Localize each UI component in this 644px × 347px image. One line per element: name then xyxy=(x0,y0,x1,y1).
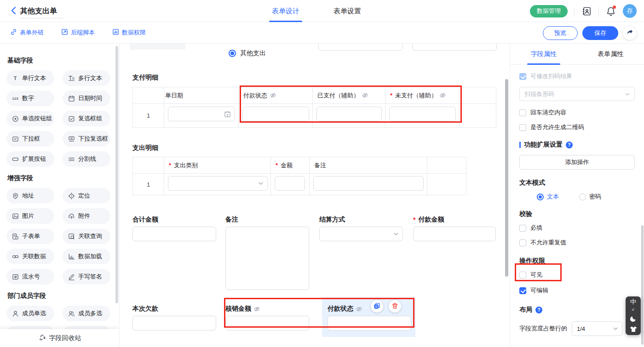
signature-icon xyxy=(68,273,75,280)
radio-text-mode[interactable]: 文本 xyxy=(537,193,559,201)
delete-field-button[interactable] xyxy=(389,300,401,313)
sidebar-item-lookup[interactable]: 关联查询 xyxy=(63,228,110,244)
radio-password-mode[interactable]: 密码 xyxy=(579,193,601,201)
preview-button[interactable]: 预览 xyxy=(543,26,578,40)
checkbox-allow-qrcode[interactable]: 是否允许生成二维码 xyxy=(519,123,635,131)
add-action-button[interactable]: 添加操作 xyxy=(519,155,635,170)
field-recycle-bin[interactable]: 字段回收站 xyxy=(0,329,120,347)
save-button[interactable]: 保存 xyxy=(582,26,618,40)
validation-title: 校验 xyxy=(519,210,635,218)
checkbox-empty-icon xyxy=(519,239,526,246)
sidebar-item-multi-dropdown[interactable]: 下拉复选框 xyxy=(63,131,110,147)
checkbox-no-duplicate[interactable]: 不允许重复值 xyxy=(519,239,635,247)
language-toggle-icon[interactable]: 中 xyxy=(630,299,636,305)
sidebar-item-subform[interactable]: 子表单 xyxy=(6,228,54,244)
total-amount-input[interactable] xyxy=(132,227,216,241)
tab-form-settings[interactable]: 表单设置 xyxy=(331,0,364,22)
sidebar-item-number[interactable]: 123 数字 xyxy=(6,91,54,106)
owed-now-input[interactable] xyxy=(132,316,216,330)
sidebar-item-member-single[interactable]: 成员单选 xyxy=(6,306,54,321)
paid-aux-input[interactable] xyxy=(316,107,382,121)
scan-barcode-select[interactable]: 扫描条形码 xyxy=(519,87,635,101)
help-icon[interactable]: ? xyxy=(566,142,573,148)
amount-input[interactable] xyxy=(275,176,305,191)
partial-input[interactable] xyxy=(412,44,497,51)
tab-form-properties[interactable]: 表单属性 xyxy=(577,44,644,64)
table-col-date[interactable]: 单日期 xyxy=(164,87,239,127)
theme-shirt-icon[interactable] xyxy=(630,326,637,332)
chevron-down-icon xyxy=(613,327,618,330)
panel-scrollbar[interactable] xyxy=(641,225,644,345)
required-star: * xyxy=(390,92,392,99)
expense-category-select[interactable] xyxy=(168,176,268,191)
avatar[interactable]: 存 xyxy=(623,4,637,18)
table-col-note[interactable]: 备注 xyxy=(310,157,427,195)
contacts-icon[interactable] xyxy=(581,6,592,17)
dark-mode-moon-icon[interactable] xyxy=(630,315,637,322)
note-textarea[interactable] xyxy=(225,227,309,290)
sidebar-item-address[interactable]: 地址 xyxy=(6,188,54,204)
sidebar-item-checkbox-group[interactable]: 复选框组 xyxy=(63,111,110,126)
sidebar-item-dropdown[interactable]: 下拉框 xyxy=(6,131,54,147)
table-col-paid-aux[interactable]: 已支付（辅助） xyxy=(313,87,385,127)
field-label-pay-amount: *付款金额 xyxy=(413,216,444,224)
checkbox-checked-icon xyxy=(519,287,526,294)
sidebar-item-data-load[interactable]: 数据加载 xyxy=(63,249,110,264)
sidebar-item-multi-text[interactable]: 多行文本 xyxy=(63,70,110,86)
partial-input[interactable] xyxy=(318,44,403,51)
checkbox-editable-scan-result[interactable]: 可修改扫码结果 xyxy=(519,72,635,80)
sidebar-item-attachment[interactable]: 附件 xyxy=(63,208,110,224)
unpaid-aux-input[interactable] xyxy=(389,107,456,121)
data-permission[interactable]: 数据权限 xyxy=(112,28,146,37)
sidebar-item-location[interactable]: 定位 xyxy=(63,188,110,204)
field-width-select[interactable]: 1/4 xyxy=(572,321,622,336)
sidebar-item-divider-line[interactable]: 分割线 xyxy=(63,151,110,167)
sidebar-item-serial-number[interactable]: 流水号 xyxy=(6,269,54,284)
date-input[interactable] xyxy=(168,107,235,121)
field-width-row: 字段宽度占整行的 1/4 xyxy=(519,321,635,336)
table-col-expense-category[interactable]: *支出类别 xyxy=(164,157,271,195)
data-manage-button[interactable]: 数据管理 xyxy=(530,5,568,17)
sidebar-item-member-multi[interactable]: 成员多选 xyxy=(63,306,110,321)
note-input[interactable] xyxy=(313,176,424,191)
copy-field-button[interactable] xyxy=(371,300,383,313)
sidebar-item-radio-group[interactable]: 单选按钮组 xyxy=(6,111,54,126)
row-number: 1 xyxy=(133,174,164,195)
radio-option-other-expense[interactable]: 其他支出 xyxy=(229,49,266,57)
settle-method-select[interactable] xyxy=(319,227,403,241)
link-icon xyxy=(10,28,17,37)
radio-group-icon xyxy=(12,115,19,122)
sidebar-scrollbar[interactable] xyxy=(115,46,118,303)
pay-amount-input[interactable] xyxy=(413,227,496,241)
sidebar-item-extend-button[interactable]: 扩展按钮 xyxy=(6,151,54,167)
checkbox-editable[interactable]: 可编辑 xyxy=(519,286,635,295)
checkbox-visible[interactable]: 可见 xyxy=(519,271,635,279)
table-col-pay-status[interactable]: 付款状态 xyxy=(239,87,313,127)
backend-script[interactable]: 后端脚本 xyxy=(61,28,95,37)
extend-button-icon xyxy=(12,155,19,163)
checkbox-enter-clear[interactable]: 回车清空内容 xyxy=(519,108,635,117)
pay-status-field-input[interactable] xyxy=(328,316,411,330)
sidebar-item-image[interactable]: 图片 xyxy=(6,208,54,224)
notification-dot xyxy=(613,6,616,9)
bell-icon[interactable] xyxy=(605,6,616,17)
pay-status-input[interactable] xyxy=(242,107,309,121)
sidebar-item-single-text[interactable]: T 单行文本 xyxy=(6,70,54,86)
tab-form-design[interactable]: 表单设计 xyxy=(269,0,302,22)
related-data-icon xyxy=(12,253,19,260)
share-button[interactable] xyxy=(623,26,637,40)
table-col-amount[interactable]: *金额 xyxy=(271,157,310,195)
payment-detail-table: 1 单日期 付款状态 已支付（辅助） xyxy=(132,87,496,128)
panel-tabs: 字段属性 表单属性 xyxy=(510,44,644,65)
tab-field-properties[interactable]: 字段属性 xyxy=(510,44,577,64)
sidebar-item-related-data[interactable]: 关联数据 xyxy=(6,249,54,264)
sidebar-item-datetime[interactable]: 日期时间 xyxy=(63,91,110,106)
table-col-unpaid-aux[interactable]: *未支付（辅助） xyxy=(385,87,460,127)
sidebar-item-signature[interactable]: 手写签名 xyxy=(63,269,110,284)
writeoff-input[interactable] xyxy=(225,316,309,330)
form-external-link[interactable]: 表单外链 xyxy=(10,28,44,37)
back-button[interactable] xyxy=(8,6,18,16)
checkbox-required[interactable]: 必填 xyxy=(519,224,635,232)
canvas-scrollbar[interactable] xyxy=(505,79,508,277)
help-icon[interactable]: ? xyxy=(535,307,542,313)
